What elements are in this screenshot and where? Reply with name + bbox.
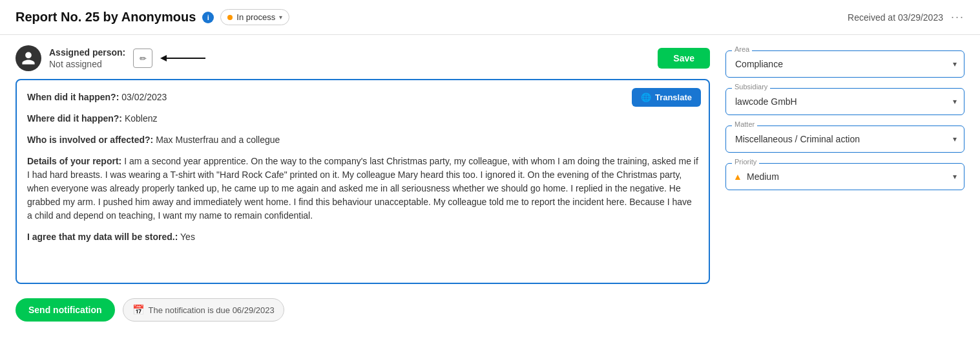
- top-row: Assigned person: Not assigned ✏ Save: [16, 45, 710, 71]
- header-left: Report No. 25 by Anonymous i In process …: [16, 9, 289, 25]
- details-label: Details of your report:: [27, 156, 121, 166]
- header-right: Received at 03/29/2023 ···: [848, 10, 964, 24]
- subsidiary-label: Subsidiary: [732, 83, 770, 91]
- details-field: Details of your report: I am a second ye…: [27, 155, 698, 223]
- translate-label: Translate: [655, 93, 692, 102]
- more-options-button[interactable]: ···: [951, 10, 964, 24]
- who-label: Who is involved or affected?:: [27, 135, 153, 145]
- priority-select-wrapper: ▲ Medium ▾: [725, 163, 964, 190]
- arrow-indicator: [160, 52, 212, 65]
- subsidiary-select-wrapper: lawcode GmbH ▾: [725, 88, 964, 115]
- consent-field: I agree that my data will be stored.: Ye…: [27, 230, 698, 244]
- consent-label: I agree that my data will be stored.:: [27, 232, 178, 242]
- translate-icon: 🌐: [641, 93, 651, 102]
- status-badge[interactable]: In process ▾: [220, 9, 289, 25]
- area-select[interactable]: Compliance: [725, 50, 964, 78]
- right-panel: Area Compliance ▾ Subsidiary lawcode Gmb…: [725, 45, 964, 322]
- subsidiary-select[interactable]: lawcode GmbH: [725, 88, 964, 115]
- translate-button[interactable]: 🌐 Translate: [632, 88, 701, 107]
- save-btn-container: Save: [658, 48, 710, 69]
- bottom-bar: Send notification 📅 The notification is …: [16, 292, 710, 322]
- calendar-icon: 📅: [132, 304, 145, 316]
- status-label: In process: [236, 12, 275, 22]
- notification-due-label: The notification is due 06/29/2023: [149, 305, 275, 315]
- when-field: When did it happen?: 03/02/2023: [27, 91, 698, 104]
- chevron-down-icon: ▾: [279, 14, 282, 21]
- matter-select-wrapper: Miscellaneous / Criminal action ▾: [725, 126, 964, 153]
- avatar: [16, 45, 41, 71]
- matter-field-group: Matter Miscellaneous / Criminal action ▾: [725, 126, 964, 153]
- where-field: Where did it happen?: Koblenz: [27, 112, 698, 126]
- svg-marker-1: [160, 55, 167, 61]
- priority-label: Priority: [732, 158, 759, 166]
- info-icon[interactable]: i: [202, 12, 214, 23]
- when-label: When did it happen?:: [27, 92, 119, 102]
- who-field: Who is involved or affected?: Max Muster…: [27, 133, 698, 147]
- left-panel: Assigned person: Not assigned ✏ Save: [16, 45, 710, 322]
- subsidiary-field-group: Subsidiary lawcode GmbH ▾: [725, 88, 964, 115]
- body-layout: Assigned person: Not assigned ✏ Save: [0, 35, 980, 332]
- matter-label: Matter: [732, 120, 757, 128]
- status-dot: [227, 15, 233, 20]
- report-box: 🌐 Translate When did it happen?: 03/02/2…: [16, 79, 710, 284]
- save-button[interactable]: Save: [658, 48, 710, 69]
- assigned-label: Assigned person:: [49, 47, 125, 58]
- assigned-info: Assigned person: Not assigned: [49, 47, 125, 69]
- priority-select[interactable]: Medium: [725, 163, 964, 190]
- edit-assigned-button[interactable]: ✏: [133, 49, 152, 68]
- priority-field-group: Priority ▲ Medium ▾: [725, 163, 964, 190]
- page-title: Report No. 25 by Anonymous: [16, 10, 196, 25]
- received-label: Received at 03/29/2023: [848, 12, 943, 23]
- assigned-value: Not assigned: [49, 59, 125, 69]
- matter-select[interactable]: Miscellaneous / Criminal action: [725, 126, 964, 153]
- send-notification-button[interactable]: Send notification: [16, 298, 115, 322]
- notification-due: 📅 The notification is due 06/29/2023: [123, 298, 284, 322]
- assigned-row: Assigned person: Not assigned ✏: [16, 45, 212, 71]
- area-field-group: Area Compliance ▾: [725, 50, 964, 78]
- edit-icon: ✏: [140, 54, 147, 63]
- area-select-wrapper: Compliance ▾: [725, 50, 964, 78]
- area-label: Area: [732, 45, 752, 53]
- where-label: Where did it happen?:: [27, 113, 122, 124]
- header: Report No. 25 by Anonymous i In process …: [0, 0, 980, 35]
